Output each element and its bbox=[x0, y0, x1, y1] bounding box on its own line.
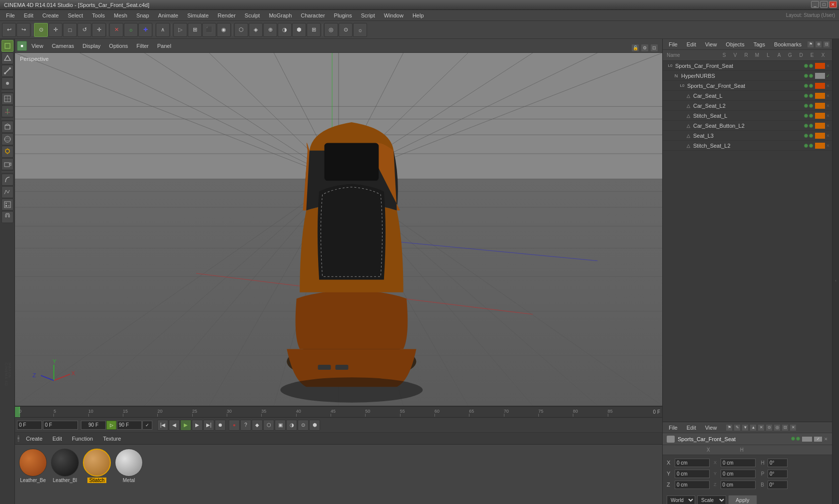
anim-button[interactable]: ⬡ bbox=[263, 420, 274, 431]
obj-dot-green-2[interactable] bbox=[809, 64, 813, 68]
vp-settings-icon[interactable]: ⚙ bbox=[641, 44, 649, 52]
menu-animate[interactable]: Animate bbox=[154, 11, 182, 19]
attr-y-pos[interactable] bbox=[675, 470, 710, 478]
obj-row-seat-l3[interactable]: △ Seat_L3 ✕ bbox=[663, 131, 832, 141]
goto-start-button[interactable]: |◀ bbox=[157, 420, 168, 431]
tab-edit[interactable]: Edit bbox=[48, 435, 66, 443]
obj-dot-nurbs-1[interactable] bbox=[804, 74, 808, 78]
texture-mode-button[interactable] bbox=[1, 93, 13, 105]
obj-dot-csl-1[interactable] bbox=[804, 94, 808, 98]
undo-button[interactable]: ↩ bbox=[2, 23, 16, 37]
attr-x-pos[interactable] bbox=[675, 459, 710, 467]
y-axis-button[interactable]: ○ bbox=[124, 23, 138, 37]
obj8-button[interactable]: ⊙ bbox=[339, 23, 353, 37]
menu-render[interactable]: Render bbox=[214, 11, 240, 19]
attr-icon-1[interactable]: ⚑ bbox=[726, 424, 733, 431]
x-axis-button[interactable]: ✕ bbox=[109, 23, 123, 37]
obj-dot-ssl-2[interactable] bbox=[809, 114, 813, 118]
menu-character[interactable]: Character bbox=[297, 11, 329, 19]
obj-icon-2[interactable]: ⊕ bbox=[815, 41, 822, 48]
obj-row-car-seat-l2[interactable]: △ Car_Seat_L2 ✕ bbox=[663, 101, 832, 111]
attr-toggle-2[interactable] bbox=[796, 437, 800, 441]
menu-window[interactable]: Window bbox=[380, 11, 408, 19]
material-leather-bl[interactable]: Leather_Bl bbox=[51, 449, 79, 483]
obj-row-hypernurbs[interactable]: N HyperNURBS ✓ bbox=[663, 71, 832, 81]
attr-menu-view[interactable]: View bbox=[701, 424, 721, 432]
attr-icon-6[interactable]: ⊙ bbox=[766, 424, 773, 431]
live-select-button[interactable]: ⊙ bbox=[34, 23, 48, 37]
menu-help[interactable]: Help bbox=[409, 11, 428, 19]
obj-dot-csb-1[interactable] bbox=[804, 124, 808, 128]
menu-sculpt[interactable]: Sculpt bbox=[241, 11, 264, 19]
lower-panel-toggle[interactable]: ≡ bbox=[17, 435, 20, 443]
coord-system-dropdown[interactable]: World Local Global bbox=[667, 496, 695, 504]
edge-mode-button[interactable] bbox=[1, 65, 13, 77]
axis-mode-button[interactable] bbox=[1, 105, 13, 117]
attr-icon-4[interactable]: ▲ bbox=[750, 424, 757, 431]
stereo-button[interactable]: ◉ bbox=[217, 23, 231, 37]
menu-mograph[interactable]: MoGraph bbox=[265, 11, 296, 19]
bend-button[interactable] bbox=[1, 174, 13, 186]
attr-icon-2[interactable]: ✎ bbox=[734, 424, 741, 431]
tab-function[interactable]: Function bbox=[68, 435, 97, 443]
menu-mesh[interactable]: Mesh bbox=[110, 11, 131, 19]
end-frame-input[interactable] bbox=[117, 421, 142, 430]
attr-menu-file[interactable]: File bbox=[665, 424, 682, 432]
obj-dot-ssl2-2[interactable] bbox=[809, 144, 813, 148]
attr-b-val[interactable] bbox=[768, 481, 788, 489]
vp-zoom-icon[interactable]: ⊡ bbox=[650, 44, 658, 52]
model-mode-button[interactable] bbox=[1, 40, 13, 52]
obj-dot-sc-2[interactable] bbox=[809, 84, 813, 88]
obj-dot-ssl2-1[interactable] bbox=[804, 144, 808, 148]
material-leather-be[interactable]: Leather_Be bbox=[19, 449, 47, 483]
display-menu[interactable]: Display bbox=[78, 42, 104, 50]
point-mode-button[interactable] bbox=[1, 77, 13, 89]
step-back-button[interactable]: ◀ bbox=[169, 420, 180, 431]
render-button[interactable]: ▷ bbox=[173, 23, 187, 37]
attr-icon-3[interactable]: ▼ bbox=[742, 424, 749, 431]
attr-h-val[interactable] bbox=[768, 459, 788, 467]
attr-icon-8[interactable]: ⊡ bbox=[782, 424, 789, 431]
attr-icon-5[interactable]: ✕ bbox=[758, 424, 765, 431]
world-button[interactable]: ∧ bbox=[156, 23, 170, 37]
close-button[interactable]: ✕ bbox=[829, 1, 837, 8]
maximize-button[interactable]: □ bbox=[820, 1, 828, 8]
timeline-ruler[interactable]: 051015202530354045505560657075808590 bbox=[19, 407, 642, 417]
mesh-mode-button[interactable] bbox=[1, 52, 13, 64]
rotate-button[interactable]: ↺ bbox=[77, 23, 91, 37]
obj-menu-edit[interactable]: Edit bbox=[683, 40, 700, 48]
obj-dot-sl3-2[interactable] bbox=[809, 134, 813, 138]
plus-button[interactable]: ✛ bbox=[92, 23, 106, 37]
obj-row-seat-button[interactable]: △ Car_Seat_Button_L2 ✕ bbox=[663, 121, 832, 131]
obj-dot-nurbs-2[interactable] bbox=[809, 74, 813, 78]
move-button[interactable]: ✛ bbox=[48, 23, 62, 37]
attr-icon-7[interactable]: ◎ bbox=[774, 424, 781, 431]
view-menu[interactable]: View bbox=[27, 42, 47, 50]
current-frame-input[interactable] bbox=[43, 421, 78, 430]
render-active-button[interactable]: ⬛ bbox=[202, 23, 216, 37]
panel-menu[interactable]: Panel bbox=[153, 42, 175, 50]
obj-dot-sl3-1[interactable] bbox=[804, 134, 808, 138]
obj-dot-sc-1[interactable] bbox=[804, 84, 808, 88]
attr-y-size[interactable] bbox=[721, 470, 756, 478]
menu-script[interactable]: Script bbox=[357, 11, 379, 19]
obj-icon-3[interactable]: ⊡ bbox=[823, 41, 830, 48]
obj-row-car-seat-l[interactable]: △ Car_Seat_L ✕ bbox=[663, 91, 832, 101]
obj7-button[interactable]: ◎ bbox=[324, 23, 338, 37]
help-button[interactable]: ? bbox=[240, 420, 251, 431]
step-forward-button[interactable]: ▶ bbox=[192, 420, 203, 431]
viewport[interactable]: X Y Z Perspective bbox=[15, 53, 662, 406]
filter-menu[interactable]: Filter bbox=[132, 42, 152, 50]
play-button[interactable]: ▶ bbox=[180, 420, 191, 431]
z-axis-button[interactable]: ✚ bbox=[138, 23, 152, 37]
menu-file[interactable]: File bbox=[2, 11, 19, 19]
fps-field[interactable]: ✓ bbox=[142, 421, 152, 430]
render-anim-button[interactable]: ⬢ bbox=[309, 420, 320, 431]
menu-simulate[interactable]: Simulate bbox=[183, 11, 213, 19]
obj-row-seat-child[interactable]: L0 Sports_Car_Front_Seat ✕ bbox=[663, 81, 832, 91]
attr-icon-9[interactable]: ✕ bbox=[790, 424, 797, 431]
material-stitch[interactable]: Stiatch bbox=[83, 449, 111, 483]
paint-button[interactable] bbox=[1, 199, 13, 211]
obj-icon-1[interactable]: ⚑ bbox=[807, 41, 814, 48]
obj-dot-csl2-1[interactable] bbox=[804, 104, 808, 108]
